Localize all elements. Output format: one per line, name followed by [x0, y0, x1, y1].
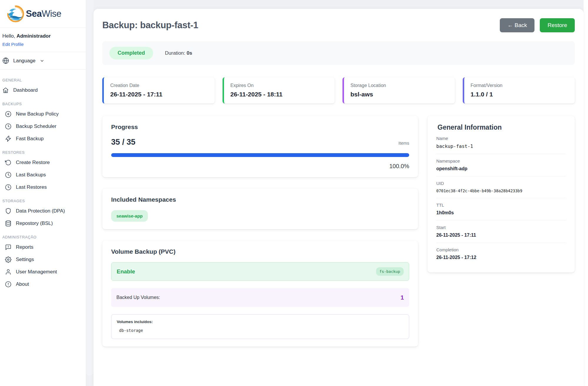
sidebar-item-data-protection[interactable]: Data Protection (DPA): [0, 205, 86, 217]
field-ttl: TTL 1h0m0s: [436, 198, 566, 220]
right-margin: [584, 0, 588, 386]
report-icon: [5, 244, 11, 250]
enable-label: Enable: [117, 268, 135, 275]
edit-profile-link[interactable]: Edit Profile: [2, 42, 24, 47]
field-namespace: Namespace openshift-adp: [436, 154, 566, 176]
greeting-prefix: Hello,: [2, 33, 16, 39]
sidebar-item-user-management[interactable]: User Management: [0, 266, 86, 278]
user-greeting: Hello, Administrador Edit Profile: [0, 28, 86, 52]
field-uid: UID 0701ec38-4f2c-4bbe-b49b-38a28b4233b9: [436, 176, 566, 198]
user-icon: [5, 269, 11, 275]
nav-section-restores: RESTORES: [0, 150, 86, 155]
sidebar-item-reports[interactable]: Reports: [0, 241, 86, 253]
field-name: Name backup-fast-1: [436, 131, 566, 154]
nav-section-administracao: ADMINISTRAÇÃO: [0, 235, 86, 239]
language-selector[interactable]: Language: [0, 52, 86, 70]
progress-items-label: Items: [398, 141, 409, 146]
field-start: Start 26-11-2025 - 17:11: [436, 220, 566, 243]
progress-title: Progress: [111, 123, 409, 131]
included-namespaces-panel: Included Namespaces seawise-app: [102, 188, 418, 229]
lightning-icon: [5, 136, 11, 142]
sidebar-nav: GENERAL Dashboard BACKUPS New Backup Pol…: [0, 70, 86, 296]
included-namespaces-title: Included Namespaces: [111, 196, 409, 203]
general-information-title: General Information: [436, 123, 566, 131]
sidebar-item-backup-scheduler[interactable]: Backup Scheduler: [0, 120, 86, 133]
nav-section-general: GENERAL: [0, 78, 86, 82]
sidebar-item-create-restore[interactable]: Create Restore: [0, 156, 86, 169]
page-title: Backup: backup-fast-1: [102, 20, 198, 31]
backed-up-volumes-count: 1: [400, 294, 404, 301]
greeting-username: Administrador: [16, 33, 51, 39]
progress-panel: Progress 35 / 35 Items 100.0%: [102, 116, 418, 177]
backed-up-volumes-label: Backed Up Volumes:: [116, 295, 160, 300]
sidebar-item-about[interactable]: About: [0, 278, 86, 290]
seawise-logo-icon: [6, 5, 25, 23]
storage-location-card: Storage Location bsl-aws: [343, 77, 455, 103]
back-arrow-icon: ←: [507, 22, 513, 28]
brand-logo[interactable]: SeaWise: [0, 0, 86, 28]
nav-section-backups: BACKUPS: [0, 102, 86, 106]
sidebar-item-last-backups[interactable]: Last Backups: [0, 169, 86, 181]
back-button[interactable]: ← Back: [500, 18, 535, 32]
status-strip: Completed Duration: 0s: [102, 41, 575, 65]
duration-text: Duration: 0s: [165, 50, 192, 56]
restore-button[interactable]: Restore: [540, 18, 575, 32]
creation-date-card: Creation Date 26-11-2025 - 17:11: [102, 77, 215, 103]
chevron-down-icon: [40, 59, 44, 63]
database-icon: [5, 220, 11, 227]
sidebar-scrollbar[interactable]: [86, 0, 93, 375]
globe-icon: [2, 57, 9, 64]
included-volumes-label: Volumes incluídos:: [117, 320, 404, 324]
volume-item: db-storage: [119, 328, 404, 333]
nav-section-storages: STORAGES: [0, 199, 86, 203]
sidebar-item-repository[interactable]: Repostory (BSL): [0, 217, 86, 230]
format-version-card: Format/Version 1.1.0 / 1: [463, 77, 575, 103]
included-volumes-box: Volumes incluídos: db-storage: [111, 314, 409, 339]
sidebar-item-dashboard[interactable]: Dashboard: [0, 84, 86, 96]
info-circle-icon: [5, 281, 11, 288]
sidebar-item-last-restores[interactable]: Last Restores: [0, 181, 86, 193]
progress-percent: 100.0%: [111, 163, 409, 170]
volume-backup-title: Volume Backup (PVC): [111, 248, 409, 255]
volume-backup-panel: Volume Backup (PVC) Enable fs-backup Bac…: [102, 240, 418, 347]
sidebar-item-new-backup-policy[interactable]: New Backup Policy: [0, 108, 86, 120]
gear-icon: [5, 256, 11, 263]
shield-icon: [5, 208, 11, 214]
progress-count: 35 / 35: [111, 138, 136, 147]
brand-name: SeaWise: [26, 9, 61, 19]
namespace-badge: seawise-app: [111, 210, 148, 222]
general-information-panel: General Information Name backup-fast-1 N…: [427, 116, 575, 273]
backed-up-volumes-box: Backed Up Volumes: 1: [111, 288, 409, 307]
sidebar: SeaWise Hello, Administrador Edit Profil…: [0, 0, 86, 386]
clock-icon: [5, 184, 11, 191]
home-icon: [2, 87, 9, 93]
main-content: Backup: backup-fast-1 ← Back Restore Com…: [93, 9, 584, 386]
expires-on-card: Expires On 26-11-2025 - 18:11: [223, 77, 335, 103]
fs-backup-badge: fs-backup: [376, 267, 404, 276]
summary-cards: Creation Date 26-11-2025 - 17:11 Expires…: [102, 77, 575, 103]
volume-backup-enable-box: Enable fs-backup: [111, 262, 409, 281]
clock-icon: [5, 172, 11, 178]
restore-icon: [5, 159, 11, 166]
plus-circle-icon: [5, 111, 11, 117]
language-label: Language: [13, 58, 36, 64]
progress-bar-track: [111, 153, 409, 157]
clock-icon: [5, 123, 11, 130]
sidebar-item-settings[interactable]: Settings: [0, 253, 86, 266]
sidebar-item-fast-backup[interactable]: Fast Backup: [0, 133, 86, 145]
progress-bar-fill: [111, 153, 409, 157]
status-badge: Completed: [109, 47, 153, 59]
field-completion: Completion 26-11-2025 - 17:12: [436, 243, 566, 265]
